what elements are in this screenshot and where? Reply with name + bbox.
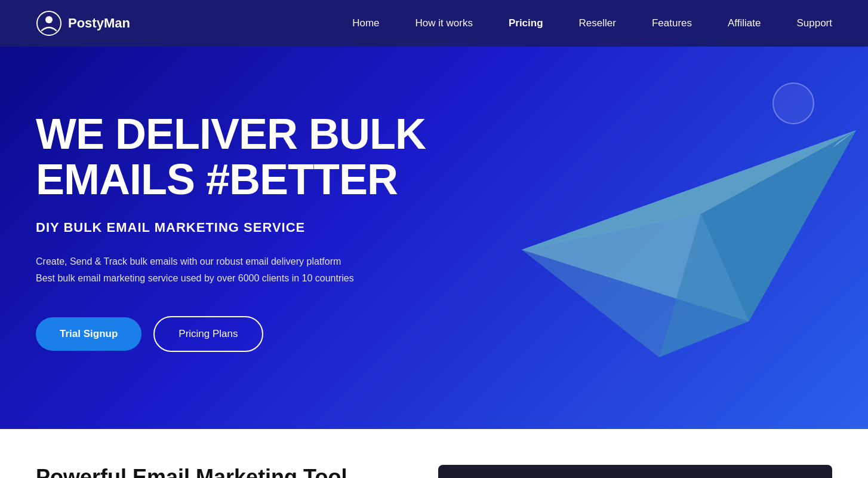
powerful-tool-title: Powerful Email Marketing Tool [36, 465, 347, 478]
nav-link-affiliate[interactable]: Affiliate [728, 17, 761, 29]
nav-link-reseller[interactable]: Reseller [579, 17, 616, 29]
svg-point-1 [45, 16, 53, 23]
nav-link-features[interactable]: Features [652, 17, 692, 29]
bottom-section: Powerful Email Marketing Tool PostyMan D… [0, 429, 868, 478]
bottom-left: Powerful Email Marketing Tool [36, 465, 347, 478]
nav-item-how-it-works[interactable]: How it works [415, 17, 473, 29]
nav-item-reseller[interactable]: Reseller [579, 17, 616, 29]
nav-item-features[interactable]: Features [652, 17, 692, 29]
logo-text: PostyMan [68, 16, 130, 31]
bottom-right: PostyMan Dashboard Lists [407, 465, 832, 478]
nav-menu: Home How it works Pricing Reseller Featu… [352, 17, 832, 29]
dashboard-preview: PostyMan Dashboard Lists [438, 465, 832, 478]
hero-desc-line1: Create, Send & Track bulk emails with ou… [36, 253, 466, 269]
nav-link-home[interactable]: Home [352, 17, 379, 29]
trial-signup-button[interactable]: Trial Signup [36, 317, 141, 351]
nav-link-how-it-works[interactable]: How it works [415, 17, 473, 29]
nav-link-pricing[interactable]: Pricing [509, 17, 543, 29]
hero-desc-line2: Best bulk email marketing service used b… [36, 270, 466, 286]
hero-description: Create, Send & Track bulk emails with ou… [36, 253, 466, 286]
nav-item-support[interactable]: Support [796, 17, 832, 29]
paper-airplane-illustration [450, 71, 868, 405]
logo-icon [36, 10, 62, 36]
hero-buttons: Trial Signup Pricing Plans [36, 316, 466, 352]
hero-headline: WE DELIVER BULK EMAILS #BETTER [36, 112, 466, 202]
hero-section: WE DELIVER BULK EMAILS #BETTER DIY BULK … [0, 47, 868, 429]
nav-item-home[interactable]: Home [352, 17, 379, 29]
nav-link-support[interactable]: Support [796, 17, 832, 29]
hero-subheadline: DIY BULK EMAIL MARKETING SERVICE [36, 220, 466, 235]
pricing-plans-button[interactable]: Pricing Plans [153, 316, 263, 352]
navbar: PostyMan Home How it works Pricing Resel… [0, 0, 868, 47]
logo-link[interactable]: PostyMan [36, 10, 130, 36]
nav-item-affiliate[interactable]: Affiliate [728, 17, 761, 29]
nav-item-pricing[interactable]: Pricing [509, 17, 543, 29]
hero-content: WE DELIVER BULK EMAILS #BETTER DIY BULK … [36, 112, 466, 352]
